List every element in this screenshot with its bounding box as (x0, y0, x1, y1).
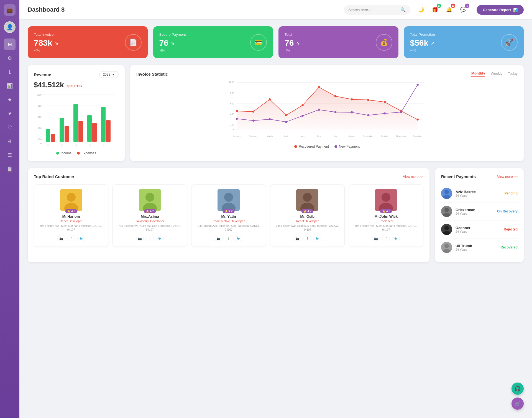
payments-section-header: Recent Payments View more >> (441, 174, 518, 179)
customer-avatar-4 (375, 189, 397, 211)
customer-role-4: Freelancer (352, 219, 420, 223)
chat-icon: 💬 (460, 7, 466, 13)
dark-mode-toggle[interactable]: 🌙 (416, 5, 426, 15)
sidebar-item-info[interactable]: ℹ (4, 66, 16, 78)
instagram-icon-2[interactable]: 📷 (215, 235, 222, 242)
svg-point-90 (444, 190, 449, 194)
tab-monthly[interactable]: Monthly (471, 71, 485, 77)
twitter-icon-1[interactable]: 🐦 (156, 235, 164, 242)
search-input[interactable] (348, 8, 400, 12)
chat-badge: 5 (465, 4, 469, 8)
support-float-btn[interactable]: 🎧 (511, 383, 524, 395)
stat-cards-grid: Total invoice 783k ↘ +4% 📄 Secure Paymen… (28, 26, 524, 58)
facebook-icon-0[interactable]: f (67, 235, 75, 242)
svg-point-84 (303, 193, 312, 202)
revenue-chart-card: Revenue 2023 ▼ $41,512k $25,612k (28, 65, 125, 161)
stat-label-promo: Total Promotion (410, 32, 435, 37)
twitter-icon-2[interactable]: 🐦 (235, 235, 242, 242)
gift-badge: 2 (437, 4, 441, 8)
customer-avatar-1 (139, 189, 161, 211)
facebook-icon-4[interactable]: f (382, 235, 390, 242)
twitter-icon-3[interactable]: 🐦 (313, 235, 321, 242)
line-chart-svg: 1000 800 600 400 200 0 (136, 80, 518, 141)
customers-view-more[interactable]: View more >> (403, 175, 423, 179)
svg-text:200: 200 (38, 138, 42, 140)
stat-icon-promo: 🚀 (501, 34, 518, 51)
payment-item-2: Oconner 24 Years Rejected (441, 220, 518, 239)
instagram-icon-4[interactable]: 📷 (372, 235, 380, 242)
svg-rect-17 (87, 115, 92, 142)
facebook-icon-1[interactable]: f (146, 235, 154, 242)
svg-text:09: 09 (89, 144, 91, 147)
sidebar-avatar[interactable]: 👤 (4, 21, 16, 33)
cart-float-btn[interactable]: 🛒 (511, 398, 524, 410)
customer-address-2: 795 Folsom Ave, Suite 600 San Francisco,… (194, 224, 263, 232)
instagram-icon-3[interactable]: 📷 (293, 235, 301, 242)
sidebar-item-likes[interactable]: ♥ (4, 108, 16, 119)
svg-point-58 (367, 114, 369, 116)
customer-name-2: Mr. Yatin (194, 214, 263, 219)
payments-view-more[interactable]: View more >> (497, 175, 518, 179)
svg-text:10: 10 (103, 144, 105, 147)
income-dot (56, 152, 59, 155)
customer-role-1: Javascript Developer (116, 219, 184, 223)
svg-point-40 (269, 98, 271, 101)
svg-point-54 (301, 115, 304, 117)
svg-text:0: 0 (233, 129, 234, 132)
facebook-icon-3[interactable]: f (303, 235, 311, 242)
tab-weekly[interactable]: Weekly (491, 71, 502, 77)
sidebar-item-menu[interactable]: ☰ (4, 149, 16, 161)
svg-text:August: August (349, 135, 355, 137)
moon-icon: 🌙 (418, 7, 424, 13)
sidebar-item-print[interactable]: 🖨 (4, 135, 16, 147)
sidebar-item-settings[interactable]: ⚙ (4, 52, 16, 64)
twitter-icon-4[interactable]: 🐦 (392, 235, 400, 242)
bell-icon: 🔔 (446, 7, 452, 13)
customer-card-1: ⭐ 4.2 Mrs.Asima Javascript Developer 795… (112, 184, 187, 247)
facebook-icon-2[interactable]: f (225, 235, 232, 242)
header-icons: 🌙 🎁 2 🔔 12 💬 5 Generate Report 📊 (416, 5, 524, 15)
instagram-icon-0[interactable]: 📷 (57, 235, 65, 242)
line-chart-legend: Recovered Payment New Payment (136, 145, 518, 148)
customer-socials-3: 📷 f 🐦 (273, 235, 342, 242)
search-bar[interactable]: 🔍 (344, 5, 410, 15)
svg-text:1000: 1000 (229, 81, 234, 84)
sidebar-item-dashboard[interactable]: ⊞ (4, 39, 16, 50)
messages-btn[interactable]: 💬 5 (458, 5, 468, 15)
twitter-icon-0[interactable]: 🐦 (77, 235, 85, 242)
legend-recovered-payment: Recovered Payment (294, 145, 329, 148)
stat-card-total: Total 76 ↘ -4% 💰 (278, 26, 398, 58)
year-selector[interactable]: 2023 ▼ (99, 71, 119, 78)
gift-icon-btn[interactable]: 🎁 2 (430, 5, 440, 15)
svg-rect-12 (51, 134, 55, 142)
payment-name-2: Oconner (456, 226, 500, 230)
customer-socials-4: 📷 f 🐦 (352, 235, 420, 242)
rating-badge-1: ⭐ 4.2 (144, 209, 156, 213)
sidebar-logo[interactable]: 💼 (4, 4, 16, 16)
sidebar: 💼 👤 ⊞ ⚙ ℹ 📊 ★ ♥ ♡ 🖨 ☰ 📋 (0, 0, 19, 418)
svg-text:400: 400 (38, 127, 42, 129)
svg-point-57 (351, 111, 353, 114)
invoice-chart-header: Invoice Statistic Monthly Weekly Today (136, 71, 518, 77)
svg-point-61 (416, 84, 419, 86)
svg-text:0: 0 (40, 142, 42, 145)
stat-card-secure-payment: Secure Payment 76 ↘ -4% 💳 (153, 26, 273, 58)
generate-report-button[interactable]: Generate Report 📊 (477, 5, 524, 15)
payment-status-0: Pending (505, 191, 518, 195)
tab-today[interactable]: Today (508, 71, 518, 77)
instagram-icon-1[interactable]: 📷 (136, 235, 144, 242)
svg-rect-13 (60, 118, 64, 142)
sidebar-item-favorites[interactable]: ★ (4, 94, 16, 106)
rating-badge-2: ⭐ 4.2 (223, 209, 235, 213)
sidebar-item-list[interactable]: 📋 (4, 163, 16, 175)
header: Dashboard 8 🔍 🌙 🎁 2 🔔 12 💬 5 Generate Re (19, 0, 532, 19)
revenue-chart-title: Revenue (34, 72, 51, 77)
payment-status-2: Rejected (504, 227, 518, 231)
support-icon: 🎧 (515, 386, 521, 392)
stat-value-promo: $56k ↗ (410, 38, 435, 48)
stat-trend-secure: -4% (159, 49, 186, 52)
sidebar-item-analytics[interactable]: 📊 (4, 80, 16, 92)
notifications-btn[interactable]: 🔔 12 (444, 5, 454, 15)
sidebar-item-likes2[interactable]: ♡ (4, 122, 16, 133)
customer-card-3: ⭐ 4.2 Mr. Osib React Developer 795 Folso… (270, 184, 345, 247)
